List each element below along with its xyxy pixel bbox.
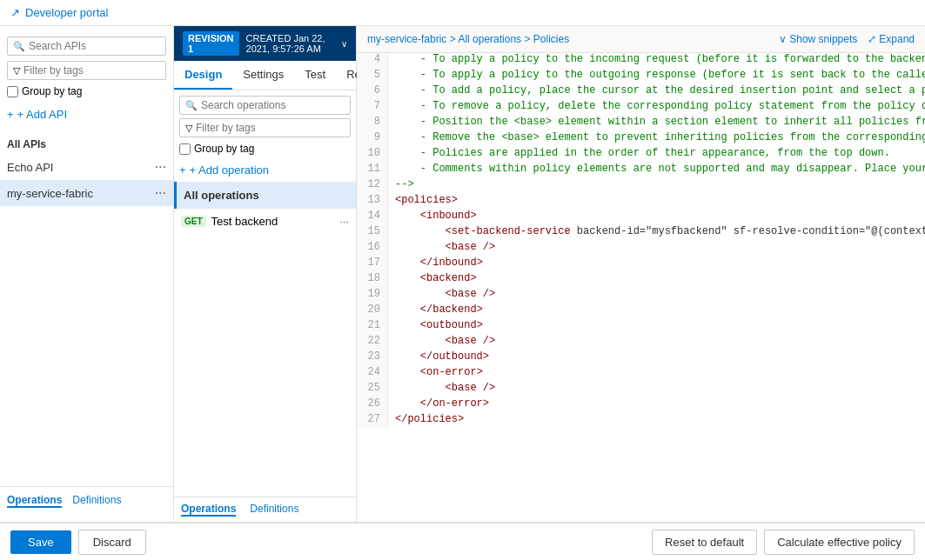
line-number: 26 <box>357 397 388 413</box>
code-line: 19 <base /> <box>357 288 925 303</box>
group-by-tag-checkbox[interactable] <box>7 86 18 97</box>
line-content: </inbound> <box>388 257 483 272</box>
calculate-effective-policy-button[interactable]: Calculate effective policy <box>764 530 915 555</box>
my-service-fabric-more-icon[interactable]: ··· <box>155 185 166 201</box>
code-line: 15 <set-backend-service backend-id="mysf… <box>357 225 925 241</box>
code-line: 18 <backend> <box>357 272 925 288</box>
line-content: <base /> <box>388 241 495 257</box>
ops-filter-container[interactable]: ▽ <box>179 118 351 137</box>
ops-search-input[interactable] <box>201 99 345 111</box>
line-content: - Position the <base> element within a s… <box>388 116 925 131</box>
line-number: 9 <box>357 131 388 147</box>
code-line: 12--> <box>357 178 925 194</box>
ops-bottom-operations-link[interactable]: Operations <box>181 503 236 517</box>
ops-group-by-label: Group by tag <box>194 143 254 155</box>
ops-filter-icon: ▽ <box>185 123 192 134</box>
code-line: 8 - Position the <base> element within a… <box>357 116 925 131</box>
tab-test[interactable]: Test <box>294 61 336 90</box>
line-content: <set-backend-service backend-id="mysfbac… <box>388 225 925 241</box>
search-apis-input-container[interactable]: 🔍 <box>7 37 166 56</box>
tabs-row: Design Settings Test Revisions Change lo… <box>174 61 356 90</box>
add-icon: + <box>7 108 14 121</box>
add-api-button[interactable]: + + Add API <box>7 108 166 121</box>
group-by-tag-checkbox-label[interactable]: Group by tag <box>7 85 166 97</box>
line-content: <policies> <box>388 194 458 210</box>
ops-group-by-checkbox-label[interactable]: Group by tag <box>179 143 351 155</box>
echo-api-more-icon[interactable]: ··· <box>155 159 166 175</box>
line-content: - To apply a policy to the incoming requ… <box>388 53 925 69</box>
breadcrumb-sep2: > <box>524 33 533 45</box>
line-number: 15 <box>357 225 388 241</box>
ops-item-test-backend[interactable]: GET Test backend ··· <box>174 209 356 234</box>
line-number: 11 <box>357 163 388 178</box>
code-line: 5 - To apply a policy to the outgoing re… <box>357 69 925 84</box>
line-content: </outbound> <box>388 350 489 366</box>
ops-bottom-definitions-link[interactable]: Definitions <box>250 503 298 517</box>
code-line: 22 <base /> <box>357 335 925 350</box>
sidebar-definitions-link[interactable]: Definitions <box>72 494 121 508</box>
discard-button[interactable]: Discard <box>78 530 146 555</box>
line-content: </policies> <box>388 413 464 429</box>
line-number: 17 <box>357 257 388 272</box>
line-number: 10 <box>357 147 388 163</box>
line-content: - To add a policy, place the cursor at t… <box>388 84 925 100</box>
line-number: 12 <box>357 178 388 194</box>
snippets-chevron-icon: ∨ <box>779 33 787 45</box>
external-link-icon: ↗ <box>10 6 20 19</box>
ops-search-container[interactable]: 🔍 <box>179 96 351 115</box>
code-line: 13<policies> <box>357 194 925 210</box>
breadcrumb-policies: Policies <box>533 33 569 45</box>
bottom-bar: Save Discard Reset to default Calculate … <box>0 522 925 560</box>
code-line: 7 - To remove a policy, delete the corre… <box>357 100 925 116</box>
line-number: 7 <box>357 100 388 116</box>
tab-settings[interactable]: Settings <box>232 61 294 90</box>
code-line: 16 <base /> <box>357 241 925 257</box>
line-number: 21 <box>357 319 388 335</box>
middle-panel: REVISION 1 CREATED Jan 22, 2021, 9:57:26… <box>174 26 357 522</box>
editor-header: my-service-fabric > All operations > Pol… <box>357 26 925 53</box>
filter-tags-input[interactable] <box>23 64 160 77</box>
code-line: 20 </backend> <box>357 303 925 319</box>
line-content: - Policies are applied in the order of t… <box>388 147 890 163</box>
revision-chevron-icon[interactable]: ∨ <box>341 39 347 49</box>
sidebar-item-echo-api[interactable]: Echo API ··· <box>0 154 173 180</box>
expand-button[interactable]: ⤢ Expand <box>868 33 915 45</box>
line-number: 23 <box>357 350 388 366</box>
line-number: 4 <box>357 53 388 69</box>
code-line: 24 <on-error> <box>357 366 925 382</box>
search-apis-input[interactable] <box>29 40 160 52</box>
sidebar-item-my-service-fabric[interactable]: my-service-fabric ··· <box>0 180 173 206</box>
group-by-tag-label: Group by tag <box>22 85 82 97</box>
all-operations-item[interactable]: All operations <box>174 182 356 209</box>
code-line: 27</policies> <box>357 413 925 429</box>
ops-filter-input[interactable] <box>196 122 345 134</box>
ops-group-by-checkbox[interactable] <box>179 143 191 155</box>
line-content: - To remove a policy, delete the corresp… <box>388 100 925 116</box>
revision-date: CREATED Jan 22, 2021, 9:57:26 AM <box>246 33 332 54</box>
code-line: 23 </outbound> <box>357 350 925 366</box>
filter-tags-input-container[interactable]: ▽ <box>7 61 166 80</box>
developer-portal-link[interactable]: Developer portal <box>25 6 108 19</box>
ops-bottom: Operations Definitions <box>174 497 356 522</box>
reset-to-default-button[interactable]: Reset to default <box>652 530 757 555</box>
breadcrumb-all-ops: All operations <box>458 33 521 45</box>
add-operation-button[interactable]: + + Add operation <box>179 163 351 177</box>
line-content: <backend> <box>388 272 477 288</box>
top-bar: ↗ Developer portal <box>0 0 925 26</box>
expand-label: Expand <box>879 33 915 45</box>
sidebar-operations-link[interactable]: Operations <box>7 494 62 508</box>
ops-search-icon: 🔍 <box>185 100 198 111</box>
editor-actions: ∨ Show snippets ⤢ Expand <box>779 33 915 45</box>
code-editor[interactable]: 4 - To apply a policy to the incoming re… <box>357 53 925 522</box>
revision-bar: REVISION 1 CREATED Jan 22, 2021, 9:57:26… <box>174 26 356 61</box>
line-content: </backend> <box>388 303 483 319</box>
line-number: 27 <box>357 413 388 429</box>
all-apis-title: All APIs <box>0 135 173 154</box>
tab-design[interactable]: Design <box>174 61 232 90</box>
show-snippets-button[interactable]: ∨ Show snippets <box>779 33 857 45</box>
main-layout: 🔍 ▽ Group by tag + + Add API All APIs Ec… <box>0 26 925 522</box>
line-number: 25 <box>357 382 388 397</box>
save-button[interactable]: Save <box>10 530 71 554</box>
line-content: <on-error> <box>388 366 483 382</box>
ops-item-more-icon[interactable]: ··· <box>339 215 349 228</box>
